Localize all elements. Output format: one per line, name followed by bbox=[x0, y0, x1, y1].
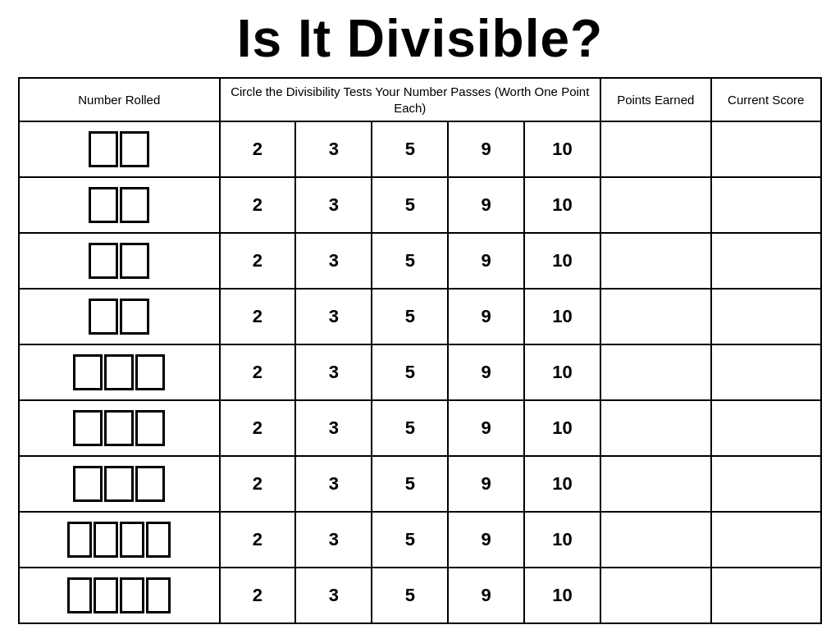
divisor-5-cell: 5 bbox=[372, 121, 448, 177]
table-row: 235910 bbox=[19, 400, 821, 456]
divisor-5-cell: 5 bbox=[372, 568, 448, 623]
divisor-9-cell: 9 bbox=[448, 568, 524, 623]
header-current-score: Current Score bbox=[711, 78, 822, 121]
divisor-3-cell: 3 bbox=[295, 289, 372, 344]
divisor-9-cell: 9 bbox=[448, 233, 524, 289]
table-row: 235910 bbox=[19, 289, 821, 344]
dice-box bbox=[73, 354, 103, 390]
divisor-9-cell: 9 bbox=[448, 289, 524, 344]
dice-box bbox=[73, 410, 103, 446]
dice-box bbox=[146, 522, 171, 558]
dice-box bbox=[135, 354, 165, 390]
dice-box bbox=[104, 466, 134, 502]
number-rolled-cell bbox=[19, 344, 220, 400]
divisor-10-cell: 10 bbox=[524, 233, 600, 289]
divisor-3-cell: 3 bbox=[295, 344, 372, 400]
dice-box bbox=[135, 410, 165, 446]
dice-box bbox=[94, 577, 118, 613]
divisor-3-cell: 3 bbox=[295, 456, 372, 512]
divisor-2-cell: 2 bbox=[220, 344, 296, 400]
dice-box bbox=[135, 466, 165, 502]
divisor-3-cell: 3 bbox=[295, 400, 372, 456]
dice-box bbox=[120, 577, 144, 613]
dice-box bbox=[104, 410, 134, 446]
points-earned-cell bbox=[600, 289, 710, 344]
dice-box bbox=[89, 243, 118, 279]
dice-box bbox=[89, 187, 118, 223]
dice-box bbox=[120, 187, 149, 223]
dice-box bbox=[146, 577, 171, 613]
dice-box bbox=[67, 577, 92, 613]
dice-box bbox=[89, 299, 118, 335]
dice-box bbox=[89, 131, 118, 167]
dice-box bbox=[120, 522, 144, 558]
number-rolled-cell bbox=[19, 568, 220, 623]
divisor-3-cell: 3 bbox=[295, 233, 372, 289]
points-earned-cell bbox=[600, 121, 710, 177]
current-score-cell bbox=[711, 568, 822, 623]
current-score-cell bbox=[711, 177, 822, 233]
divisor-2-cell: 2 bbox=[220, 512, 296, 568]
number-rolled-cell bbox=[19, 177, 220, 233]
main-table: Number Rolled Circle the Divisibility Te… bbox=[18, 77, 822, 624]
divisor-2-cell: 2 bbox=[220, 568, 296, 623]
divisor-3-cell: 3 bbox=[295, 121, 372, 177]
current-score-cell bbox=[711, 121, 822, 177]
divisor-5-cell: 5 bbox=[372, 512, 448, 568]
table-row: 235910 bbox=[19, 233, 821, 289]
table-row: 235910 bbox=[19, 512, 821, 568]
number-rolled-cell bbox=[19, 233, 220, 289]
number-rolled-cell bbox=[19, 400, 220, 456]
table-row: 235910 bbox=[19, 456, 821, 512]
divisor-9-cell: 9 bbox=[448, 512, 524, 568]
page-title: Is It Divisible? bbox=[237, 8, 603, 69]
header-number-rolled: Number Rolled bbox=[19, 78, 220, 121]
divisor-5-cell: 5 bbox=[372, 177, 448, 233]
dice-box bbox=[120, 243, 149, 279]
table-row: 235910 bbox=[19, 568, 821, 623]
divisor-10-cell: 10 bbox=[524, 289, 600, 344]
number-rolled-cell bbox=[19, 456, 220, 512]
dice-box bbox=[67, 522, 92, 558]
current-score-cell bbox=[711, 512, 822, 568]
divisor-9-cell: 9 bbox=[448, 344, 524, 400]
divisor-2-cell: 2 bbox=[220, 177, 296, 233]
divisor-5-cell: 5 bbox=[372, 233, 448, 289]
divisor-5-cell: 5 bbox=[372, 400, 448, 456]
points-earned-cell bbox=[600, 456, 710, 512]
number-rolled-cell bbox=[19, 512, 220, 568]
divisor-3-cell: 3 bbox=[295, 512, 372, 568]
current-score-cell bbox=[711, 456, 822, 512]
number-rolled-cell bbox=[19, 121, 220, 177]
points-earned-cell bbox=[600, 344, 710, 400]
divisor-3-cell: 3 bbox=[295, 568, 372, 623]
points-earned-cell bbox=[600, 177, 710, 233]
current-score-cell bbox=[711, 289, 822, 344]
divisor-5-cell: 5 bbox=[372, 344, 448, 400]
divisor-9-cell: 9 bbox=[448, 121, 524, 177]
divisor-2-cell: 2 bbox=[220, 400, 296, 456]
divisor-2-cell: 2 bbox=[220, 456, 296, 512]
divisor-9-cell: 9 bbox=[448, 456, 524, 512]
table-row: 235910 bbox=[19, 121, 821, 177]
divisor-3-cell: 3 bbox=[295, 177, 372, 233]
current-score-cell bbox=[711, 344, 822, 400]
divisor-10-cell: 10 bbox=[524, 177, 600, 233]
table-row: 235910 bbox=[19, 344, 821, 400]
points-earned-cell bbox=[600, 400, 710, 456]
divisor-9-cell: 9 bbox=[448, 177, 524, 233]
divisor-10-cell: 10 bbox=[524, 400, 600, 456]
divisor-10-cell: 10 bbox=[524, 456, 600, 512]
divisor-10-cell: 10 bbox=[524, 512, 600, 568]
points-earned-cell bbox=[600, 512, 710, 568]
points-earned-cell bbox=[600, 233, 710, 289]
divisor-9-cell: 9 bbox=[448, 400, 524, 456]
current-score-cell bbox=[711, 233, 822, 289]
divisor-2-cell: 2 bbox=[220, 233, 296, 289]
dice-box bbox=[120, 299, 149, 335]
divisor-5-cell: 5 bbox=[372, 289, 448, 344]
header-tests: Circle the Divisibility Tests Your Numbe… bbox=[220, 78, 601, 121]
dice-box bbox=[73, 466, 103, 502]
number-rolled-cell bbox=[19, 289, 220, 344]
current-score-cell bbox=[711, 400, 822, 456]
